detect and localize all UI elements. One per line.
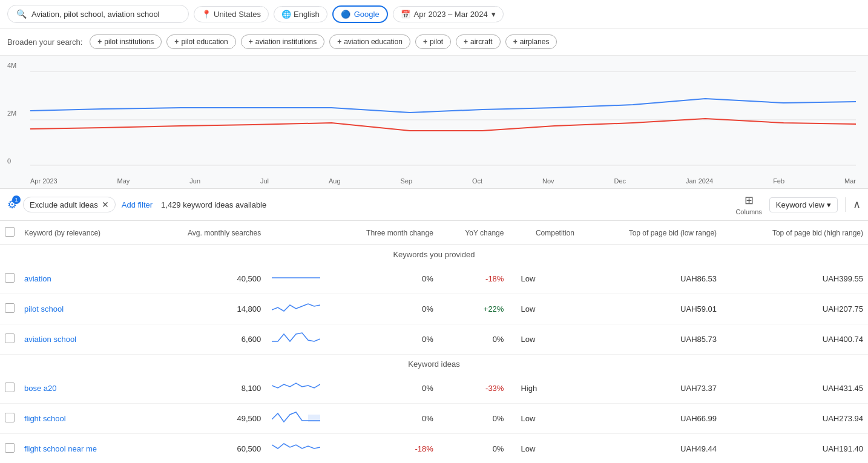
row-bid-high: UAH431.45 xyxy=(722,373,868,404)
row-sparkline xyxy=(266,434,326,464)
row-keyword[interactable]: flight school xyxy=(19,404,145,434)
row-checkbox[interactable] xyxy=(0,404,19,434)
row-bid-low: UAH73.37 xyxy=(579,373,722,404)
table-row: aviation school 6,600 0% 0% Low UAH85.73… xyxy=(0,324,868,355)
row-avg-searches: 49,500 xyxy=(145,404,266,434)
exclude-close-icon[interactable]: ✕ xyxy=(102,200,109,209)
col-bid-low[interactable]: Top of page bid (low range) xyxy=(579,221,722,245)
plus-icon: + xyxy=(513,38,518,46)
language-label: English xyxy=(294,10,320,19)
broaden-chip-airplanes[interactable]: + airplanes xyxy=(505,34,557,49)
row-checkbox[interactable] xyxy=(0,264,19,294)
broaden-chip-aircraft[interactable]: + aircraft xyxy=(456,34,501,49)
x-label-mar: Mar xyxy=(844,177,856,185)
row-keyword[interactable]: pilot school xyxy=(19,294,145,324)
broaden-chip-aviation-institutions[interactable]: + aviation institutions xyxy=(241,34,324,49)
row-keyword[interactable]: flight school near me xyxy=(19,434,145,464)
row-yoy: +22% xyxy=(438,294,509,324)
broaden-chip-aviation-education[interactable]: + aviation education xyxy=(329,34,410,49)
plus-icon: + xyxy=(423,38,427,46)
chip-label: aircraft xyxy=(470,38,493,46)
keywords-table: Keyword (by relevance) Avg. monthly sear… xyxy=(0,221,868,463)
col-three-month[interactable]: Three month change xyxy=(326,221,438,245)
language-button[interactable]: 🌐 English xyxy=(274,6,327,22)
columns-icon: ⊞ xyxy=(745,194,754,207)
col-sparkline xyxy=(266,221,326,245)
calendar-icon: 📅 xyxy=(401,10,410,19)
chip-label: pilot institutions xyxy=(104,38,154,46)
plus-icon: + xyxy=(174,38,179,46)
row-avg-searches: 60,500 xyxy=(145,434,266,464)
row-three-month: 0% xyxy=(326,373,438,404)
row-keyword[interactable]: aviation xyxy=(19,264,145,294)
x-label-nov: Nov xyxy=(542,177,554,185)
y-label-0: 0 xyxy=(7,157,16,165)
date-range-button[interactable]: 📅 Apr 2023 – Mar 2024 ▾ xyxy=(393,6,504,22)
row-checkbox[interactable] xyxy=(0,324,19,355)
chip-label: pilot xyxy=(430,38,443,46)
toolbar: ⚙ 1 Exclude adult ideas ✕ Add filter 1,4… xyxy=(0,189,868,221)
table-row: bose a20 8,100 0% -33% High UAH73.37 UAH… xyxy=(0,373,868,404)
svg-rect-3 xyxy=(308,415,320,422)
row-bid-high: UAH400.74 xyxy=(722,324,868,355)
row-three-month: 0% xyxy=(326,294,438,324)
row-keyword[interactable]: bose a20 xyxy=(19,373,145,404)
keyword-view-label: Keyword view xyxy=(776,200,824,209)
row-competition: Low xyxy=(508,294,579,324)
columns-button[interactable]: ⊞ Columns xyxy=(735,194,761,215)
row-avg-searches: 6,600 xyxy=(145,324,266,355)
search-bar[interactable]: 🔍 Aviation, pilot school, aviation schoo… xyxy=(7,5,189,23)
row-checkbox[interactable] xyxy=(0,373,19,404)
chip-label: pilot education xyxy=(181,38,228,46)
exclude-label: Exclude adult ideas xyxy=(30,200,98,209)
col-bid-high[interactable]: Top of page bid (high range) xyxy=(722,221,868,245)
broaden-chip-pilot-education[interactable]: + pilot education xyxy=(166,34,235,49)
x-label-apr: Apr 2023 xyxy=(30,177,58,185)
search-icon: 🔍 xyxy=(16,9,27,19)
row-bid-low: UAH86.53 xyxy=(579,264,722,294)
col-avg-searches[interactable]: Avg. monthly searches xyxy=(145,221,266,245)
location-label: United States xyxy=(214,10,261,19)
row-avg-searches: 8,100 xyxy=(145,373,266,404)
col-yoy[interactable]: YoY change xyxy=(438,221,509,245)
section-ideas: Keyword ideas xyxy=(0,355,868,374)
search-engine-label: Google xyxy=(354,10,380,19)
col-keyword[interactable]: Keyword (by relevance) xyxy=(19,221,145,245)
row-three-month: -18% xyxy=(326,434,438,464)
plus-icon: + xyxy=(464,38,468,46)
row-sparkline xyxy=(266,373,326,404)
row-checkbox[interactable] xyxy=(0,294,19,324)
broaden-bar: Broaden your search: + pilot institution… xyxy=(0,28,868,56)
chip-label: aviation education xyxy=(344,38,403,46)
x-label-aug: Aug xyxy=(329,177,341,185)
chevron-down-icon: ▾ xyxy=(827,200,831,209)
search-engine-button[interactable]: 🔵 Google xyxy=(332,5,388,23)
col-competition[interactable]: Competition xyxy=(508,221,579,245)
row-yoy: -18% xyxy=(438,264,509,294)
date-range-label: Apr 2023 – Mar 2024 xyxy=(414,10,488,19)
toolbar-right: ⊞ Columns Keyword view ▾ ∧ xyxy=(735,194,861,215)
keyword-view-button[interactable]: Keyword view ▾ xyxy=(769,197,838,212)
filter-icon-wrap[interactable]: ⚙ 1 xyxy=(7,198,17,211)
row-three-month: 0% xyxy=(326,404,438,434)
add-filter-button[interactable]: Add filter xyxy=(122,200,153,209)
broaden-label: Broaden your search: xyxy=(7,38,82,47)
broaden-chip-pilot[interactable]: + pilot xyxy=(415,34,451,49)
row-avg-searches: 14,800 xyxy=(145,294,266,324)
row-checkbox[interactable] xyxy=(0,434,19,464)
section-provided: Keywords you provided xyxy=(0,245,868,264)
chip-label: airplanes xyxy=(520,38,550,46)
row-bid-high: UAH399.55 xyxy=(722,264,868,294)
location-button[interactable]: 📍 United States xyxy=(194,6,269,22)
chart-container: 4M 2M 0 Apr 2023 May Jun Jul Aug Sep Oct… xyxy=(0,56,868,189)
row-yoy: 0% xyxy=(438,324,509,355)
collapse-button[interactable]: ∧ xyxy=(853,198,861,211)
select-all-checkbox[interactable] xyxy=(5,227,15,237)
broaden-chip-pilot-institutions[interactable]: + pilot institutions xyxy=(90,34,162,49)
row-bid-high: UAH207.75 xyxy=(722,294,868,324)
table-row: flight school near me 60,500 -18% 0% Low… xyxy=(0,434,868,464)
row-bid-low: UAH59.01 xyxy=(579,294,722,324)
search-input-value: Aviation, pilot school, aviation school xyxy=(31,10,160,19)
x-label-feb: Feb xyxy=(773,177,784,185)
row-keyword[interactable]: aviation school xyxy=(19,324,145,355)
